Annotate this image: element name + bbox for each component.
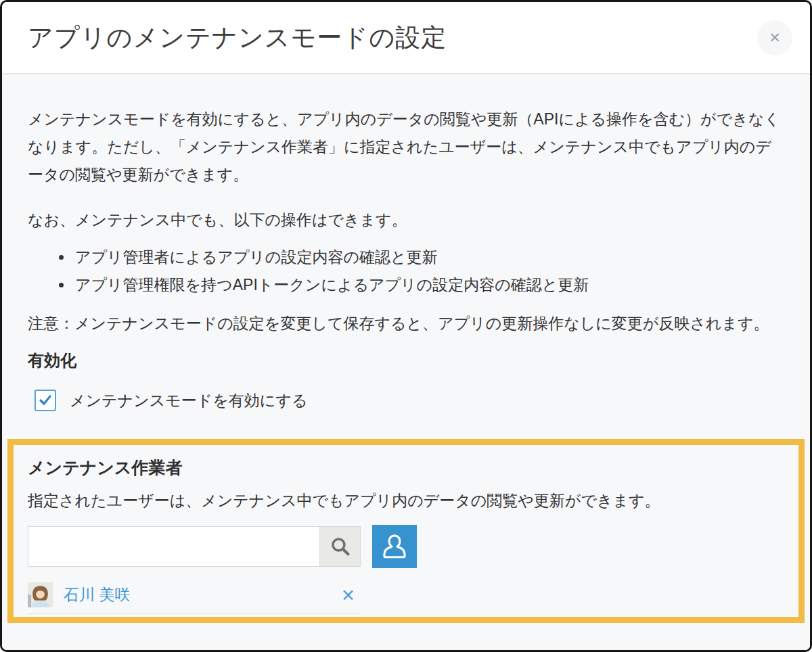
remove-user-button[interactable]: ✕	[341, 585, 355, 605]
remove-icon: ✕	[341, 586, 355, 605]
search-icon	[329, 535, 352, 558]
user-avatar	[28, 582, 53, 607]
user-search-input[interactable]	[28, 527, 319, 566]
operations-lead: なお、メンテナンス中でも、以下の操作はできます。	[28, 206, 784, 234]
maintainers-section: メンテナンス作業者 指定されたユーザーは、メンテナンス中でもアプリ内のデータの閲…	[7, 439, 805, 623]
select-user-button[interactable]	[372, 525, 417, 568]
user-search-button[interactable]	[319, 527, 360, 566]
maintainers-description: 指定されたユーザーは、メンテナンス中でもアプリ内のデータの閲覧や更新ができます。	[28, 490, 785, 511]
user-picker-row	[28, 526, 785, 568]
checkbox-label[interactable]: メンテナンスモードを有効にする	[70, 387, 307, 415]
list-item: アプリ管理権限を持つAPIトークンによるアプリの設定内容の確認と更新	[59, 271, 784, 299]
dialog-header: アプリのメンテナンスモードの設定 ✕	[2, 2, 810, 74]
close-button[interactable]: ✕	[757, 20, 792, 55]
checkmark-icon	[39, 394, 52, 406]
maintainers-heading: メンテナンス作業者	[28, 455, 785, 480]
user-search-box	[28, 526, 361, 567]
selected-user-row: 石川 美咲 ✕	[28, 581, 361, 614]
maintenance-enable-checkbox[interactable]	[35, 390, 56, 411]
list-item: アプリ管理者によるアプリの設定内容の確認と更新	[59, 243, 784, 271]
activation-heading: 有効化	[28, 348, 784, 373]
close-icon: ✕	[769, 30, 781, 45]
dialog-title: アプリのメンテナンスモードの設定	[28, 21, 447, 55]
avatar-image	[28, 582, 53, 607]
user-name-link[interactable]: 石川 美咲	[64, 581, 341, 609]
allowed-operations-list: アプリ管理者によるアプリの設定内容の確認と更新 アプリ管理権限を持つAPIトーク…	[28, 243, 784, 299]
intro-paragraph: メンテナンスモードを有効にすると、アプリ内のデータの閲覧や更新（APIによる操作…	[28, 106, 784, 189]
maintenance-enable-row: メンテナンスモードを有効にする	[35, 389, 784, 412]
dialog-body: メンテナンスモードを有効にすると、アプリ内のデータの閲覧や更新（APIによる操作…	[2, 74, 810, 651]
person-icon	[380, 532, 409, 561]
caution-paragraph: 注意：メンテナンスモードの設定を変更して保存すると、アプリの更新操作なしに変更が…	[28, 310, 784, 337]
maintenance-mode-dialog: アプリのメンテナンスモードの設定 ✕ メンテナンスモードを有効にすると、アプリ内…	[0, 0, 812, 652]
